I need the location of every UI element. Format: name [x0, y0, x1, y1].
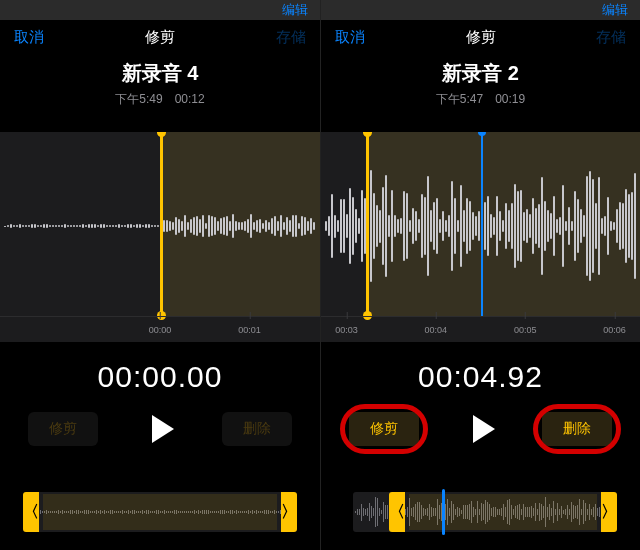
- delete-button: 删除: [222, 412, 292, 446]
- overview-scrubber[interactable]: 〈〉: [20, 492, 300, 532]
- delete-button[interactable]: 删除: [542, 412, 612, 446]
- overview-handle-start[interactable]: 〈: [23, 492, 39, 532]
- save-button[interactable]: 存储: [596, 28, 626, 47]
- timeline-tick: 00:05: [514, 325, 537, 335]
- screen-right: 编辑取消修剪存储新录音 2下午5:47 00:1900:0300:0400:05…: [320, 0, 640, 550]
- nav-title: 修剪: [145, 28, 175, 47]
- overview-selection: [43, 494, 277, 530]
- play-icon: [473, 415, 495, 443]
- overview-handle-end[interactable]: 〉: [281, 492, 297, 532]
- timeline-tick: 00:03: [335, 325, 358, 335]
- chevron-right-icon: 〉: [601, 502, 617, 523]
- nav-title: 修剪: [466, 28, 496, 47]
- timeline-tick: 00:01: [238, 325, 261, 335]
- chevron-right-icon: 〉: [281, 502, 297, 523]
- trim-button[interactable]: 修剪: [349, 412, 419, 446]
- play-button[interactable]: [467, 415, 495, 443]
- background-edit-link[interactable]: 编辑: [602, 1, 628, 19]
- playhead[interactable]: [481, 132, 483, 316]
- chevron-left-icon: 〈: [389, 502, 405, 523]
- timeline-ruler: 00:0300:0400:0500:06: [321, 316, 640, 342]
- trim-handle-start[interactable]: [160, 132, 163, 316]
- timeline-tick: 00:04: [425, 325, 448, 335]
- overview-scrubber[interactable]: 〈〉: [341, 492, 620, 532]
- timeline-tick: 00:00: [149, 325, 172, 335]
- background-app-bar: 编辑: [0, 0, 320, 20]
- trim-handle-start[interactable]: [366, 132, 369, 316]
- trim-navbar: 取消修剪存储: [0, 24, 320, 50]
- current-time: 00:04.92: [321, 360, 640, 394]
- trim-navbar: 取消修剪存储: [321, 24, 640, 50]
- recording-subtitle: 下午5:49 00:12: [0, 91, 320, 108]
- play-icon: [152, 415, 174, 443]
- annotation-circle: [533, 404, 621, 454]
- timeline-tick: 00:06: [603, 325, 626, 335]
- play-button[interactable]: [146, 415, 174, 443]
- waveform-editor[interactable]: 00:0000:0100:02: [0, 132, 320, 342]
- annotation-circle: [340, 404, 428, 454]
- playback-controls: 修剪删除: [321, 412, 640, 446]
- background-app-bar: 编辑: [321, 0, 640, 20]
- recording-title: 新录音 4: [0, 60, 320, 87]
- overview-handle-start[interactable]: 〈: [389, 492, 405, 532]
- recording-title: 新录音 2: [321, 60, 640, 87]
- recording-subtitle: 下午5:47 00:19: [321, 91, 640, 108]
- waveform-editor[interactable]: 00:0300:0400:0500:06: [321, 132, 640, 342]
- overview-selection: [409, 494, 597, 530]
- screen-left: 编辑取消修剪存储新录音 4下午5:49 00:1200:0000:0100:02…: [0, 0, 320, 550]
- trim-button: 修剪: [28, 412, 98, 446]
- timeline-ruler: 00:0000:0100:02: [0, 316, 320, 342]
- cancel-button[interactable]: 取消: [335, 28, 365, 47]
- background-edit-link[interactable]: 编辑: [282, 1, 308, 19]
- cancel-button[interactable]: 取消: [14, 28, 44, 47]
- playback-controls: 修剪删除: [0, 412, 320, 446]
- chevron-left-icon: 〈: [23, 502, 39, 523]
- save-button[interactable]: 存储: [276, 28, 306, 47]
- overview-handle-end[interactable]: 〉: [601, 492, 617, 532]
- overview-playhead[interactable]: [442, 489, 445, 535]
- current-time: 00:00.00: [0, 360, 320, 394]
